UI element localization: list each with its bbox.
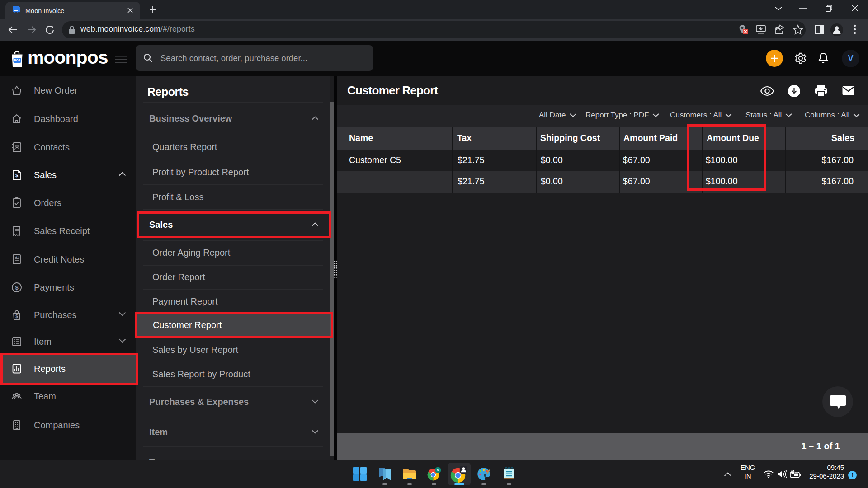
svg-text:$: $ <box>15 173 18 178</box>
svg-text:POS: POS <box>14 59 20 62</box>
svg-text:V: V <box>437 468 439 472</box>
svg-text:$: $ <box>15 284 19 291</box>
svg-text:C: C <box>16 255 19 259</box>
svg-text:$: $ <box>15 314 18 319</box>
